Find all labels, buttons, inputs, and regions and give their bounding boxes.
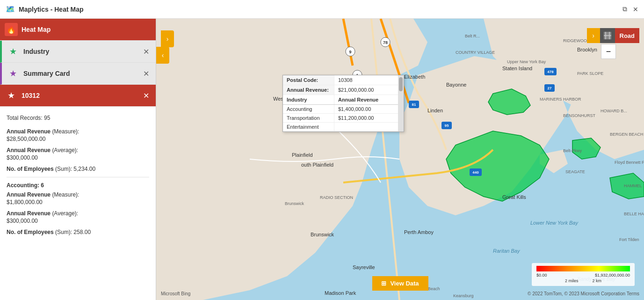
popup-revenue-3 — [334, 123, 398, 131]
popup-scrollbar[interactable] — [398, 75, 404, 132]
nav-item-heatmap[interactable]: 🔥 Heat Map — [0, 19, 156, 41]
popup-revenue-2: $11,200,000.00 — [334, 114, 398, 122]
popup-industry-2: Transportation — [283, 114, 334, 122]
popup-rev-row: Annual Revenue: $21,000,000.00 — [283, 85, 398, 95]
popup-row-accounting: Accounting $1,400,000.00 — [283, 105, 398, 114]
title-bar-title: Maplytics - Heat Map — [19, 6, 83, 13]
nav-item-10312[interactable]: ★ 10312 ✕ — [0, 85, 156, 107]
beltpkwy-label: Belt-Pkwy — [563, 148, 582, 153]
road-arrow-icon: › — [587, 28, 600, 43]
accounting-header-block: Accounting: 6 — [7, 182, 149, 189]
southplainfield-label: outh Plainfield — [301, 162, 333, 168]
panel-toggle-button[interactable]: ‹ — [156, 47, 169, 64]
svg-text:78: 78 — [383, 40, 388, 45]
linden-label: Linden — [427, 108, 443, 113]
summary-star-icon: ★ — [7, 67, 20, 80]
map-nav-arrow[interactable]: › — [161, 30, 174, 47]
madisonpark-label: Madison Park — [325, 290, 356, 296]
restore-button[interactable]: ⧉ — [622, 5, 627, 13]
nav-item-industry[interactable]: ★ Industry ✕ — [0, 41, 156, 63]
copyright-text: © 2022 TomTom, © 2023 Microsoft Corporat… — [528, 291, 639, 296]
popup-industry-3: Entertainment — [283, 123, 334, 131]
acc-rev-measure-value: $1,800,000.00 — [7, 199, 149, 205]
zoom-out-button[interactable]: − — [601, 44, 616, 59]
annual-rev-avg-value: $300,000.00 — [7, 154, 149, 161]
keansburg-label: Keansburg — [453, 293, 474, 298]
parkslope-label: PARK SLOPE — [577, 71, 603, 76]
road-button[interactable]: › Road — [587, 28, 640, 43]
title-bar-left: 🗺️ Maplytics - Heat Map — [6, 5, 83, 14]
annual-rev-measure-suffix: (Measure): — [52, 128, 79, 135]
close-button[interactable]: ✕ — [633, 5, 638, 13]
forttilden-label: Fort Tilden — [619, 237, 639, 242]
bergenbch-label: BERGEN BEACH — [610, 132, 644, 137]
eastpk-label: Belt R... — [465, 34, 480, 38]
brooklyn-label: Brooklyn — [577, 47, 597, 52]
legend-scale: 2 miles 2 km — [536, 278, 630, 283]
greatkills-label: Great Kills — [502, 194, 526, 200]
divider-1 — [7, 177, 149, 177]
summary-close-button[interactable]: ✕ — [141, 67, 151, 80]
popup-industry-col: Industry — [283, 95, 334, 104]
lowernybay-label: Lower New York Bay — [530, 220, 579, 226]
popup-card: Postal Code: 10308 Annual Revenue: $21,0… — [282, 75, 404, 132]
acc-rev-avg-label: Annual Revenue — [7, 210, 51, 217]
annual-rev-avg-block: Annual Revenue (Average): $300,000.00 — [7, 147, 149, 161]
industry-close-button[interactable]: ✕ — [141, 45, 151, 58]
popup-rev-value: $21,000,000.00 — [334, 85, 398, 95]
postal-close-button[interactable]: ✕ — [141, 89, 151, 102]
elizabeth-label: Elizabeth — [404, 74, 425, 80]
road-map-icon — [600, 28, 615, 43]
app-icon: 🗺️ — [6, 5, 15, 14]
plainfield2-label: Plainfield — [292, 152, 313, 158]
title-bar-controls: ⧉ ✕ — [622, 5, 638, 13]
postal-code-label: 10312 — [22, 92, 141, 99]
annual-rev-measure-block: Annual Revenue (Measure): $28,500,000.00 — [7, 128, 149, 142]
bing-logo: Microsoft Bing — [161, 291, 190, 296]
svg-text:95: 95 — [445, 124, 449, 128]
seagate-label: SEAGATE — [565, 169, 585, 174]
summary-card-label: Summary Card — [23, 70, 141, 77]
legend-min: $0.00 — [536, 273, 547, 278]
acc-emp-label: No. of Employees — [7, 229, 54, 235]
map-area: 78 9 1 81 95 440 478 27 Bayonne Elizabet… — [156, 19, 644, 300]
raritan-label: Raritan Bay — [493, 248, 521, 254]
svg-text:440: 440 — [472, 170, 479, 175]
bensonhurst-label: BENSONHURST — [563, 113, 596, 118]
popup-scroll-thumb — [399, 77, 403, 91]
title-bar: 🗺️ Maplytics - Heat Map ⧉ ✕ — [0, 0, 644, 19]
svg-text:9: 9 — [349, 50, 351, 54]
ridgewood-label: RIDGEWOOD — [563, 38, 590, 43]
panel-content: Total Records: 95 Annual Revenue (Measur… — [0, 107, 156, 300]
popup-revenue-1: $1,400,000.00 — [334, 105, 398, 113]
popup-industry-1: Accounting — [283, 105, 334, 113]
accounting-rev-measure-block: Annual Revenue (Measure): $1,800,000.00 — [7, 191, 149, 205]
statenisland-label: Staten Island — [502, 66, 532, 71]
radiosection-label: RADIO SECTION — [320, 195, 353, 200]
annual-rev-avg-suffix: (Average): — [52, 147, 78, 154]
flame-icon: 🔥 — [5, 23, 18, 36]
floydbt-label: Floyd Bennett Field — [615, 160, 644, 165]
legend-labels: $0.00 $1,932,000,000.00 — [536, 273, 630, 278]
nav-item-summary[interactable]: ★ Summary Card ✕ — [0, 63, 156, 85]
acc-rev-avg-value: $300,000.00 — [7, 218, 149, 224]
map-legend: $0.00 $1,932,000,000.00 2 miles 2 km — [532, 263, 635, 286]
acc-emp-suffix: (Sum): 258.00 — [55, 229, 91, 235]
left-panel: 🔥 Heat Map ★ Industry ✕ ★ Summary Card ✕… — [0, 19, 156, 300]
svg-text:27: 27 — [548, 86, 552, 90]
view-data-button[interactable]: ⊞ View Data — [372, 276, 428, 291]
popup-row-transportation: Transportation $11,200,000.00 — [283, 114, 398, 123]
popup-postal-key: Postal Code: — [283, 75, 334, 85]
annual-rev-avg-label: Annual Revenue — [7, 147, 51, 154]
total-records: Total Records: 95 — [7, 113, 149, 122]
acc-rev-measure-suffix: (Measure): — [52, 191, 79, 198]
acc-rev-measure-label: Annual Revenue — [7, 191, 51, 198]
employees-label: No. of Employees — [7, 166, 54, 172]
table-icon: ⊞ — [381, 280, 386, 287]
annual-rev-measure-value: $28,500,000.00 — [7, 136, 149, 142]
employees-sum-block: No. of Employees (Sum): 5,234.00 — [7, 166, 149, 172]
belleharb-label: BELLE HARBOR — [624, 212, 644, 216]
popup-postal-row: Postal Code: 10308 — [283, 75, 398, 85]
postal-star-icon: ★ — [5, 89, 18, 102]
acc-rev-avg-suffix: (Average): — [52, 210, 78, 217]
